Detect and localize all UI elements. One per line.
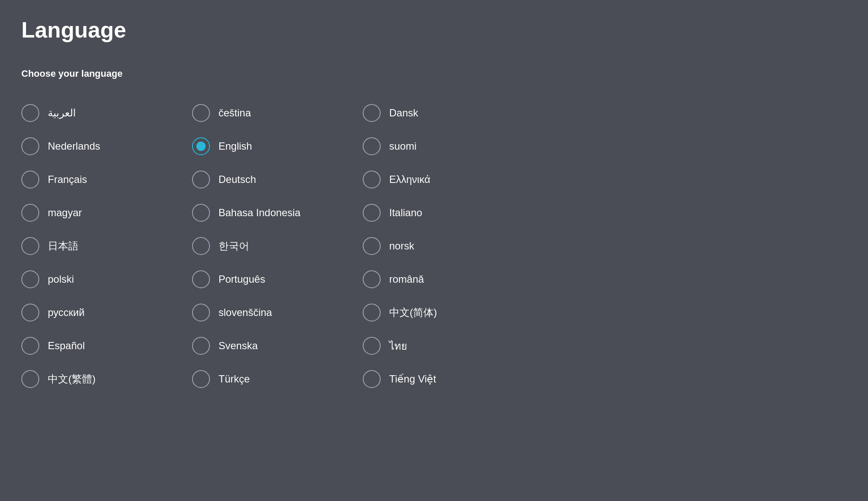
radio-italian [363,204,381,222]
language-option-czech[interactable]: čeština [192,96,329,130]
language-label-german: Deutsch [218,174,256,185]
language-label-indonesian: Bahasa Indonesia [218,207,300,219]
language-option-swedish[interactable]: Svenska [192,329,329,362]
language-option-turkish[interactable]: Türkçe [192,362,329,396]
language-label-dutch: Nederlands [48,140,100,152]
radio-chinese-traditional [21,370,39,388]
language-option-thai[interactable]: ไทย [363,329,499,362]
language-option-romanian[interactable]: română [363,263,499,296]
radio-arabic [21,104,39,122]
language-label-arabic: العربية [48,107,76,119]
radio-thai [363,337,381,355]
language-option-russian[interactable]: русский [21,296,158,329]
radio-french [21,171,39,188]
radio-korean [192,237,210,255]
language-label-swedish: Svenska [218,340,258,352]
language-label-thai: ไทย [389,338,407,354]
radio-czech [192,104,210,122]
language-option-german[interactable]: Deutsch [192,163,329,196]
language-option-dutch[interactable]: Nederlands [21,130,158,163]
radio-slovenian [192,304,210,321]
language-label-japanese: 日本語 [48,239,79,253]
language-label-romanian: română [389,273,424,285]
page-title: Language [21,17,847,43]
radio-turkish [192,370,210,388]
language-label-greek: Ελληνικά [389,174,430,185]
language-label-slovenian: slovenščina [218,307,272,319]
language-option-slovenian[interactable]: slovenščina [192,296,329,329]
language-label-chinese-simplified: 中文(简体) [389,306,437,319]
language-option-hungarian[interactable]: magyar [21,196,158,229]
language-label-portuguese: Português [218,273,265,285]
radio-german [192,171,210,188]
radio-hungarian [21,204,39,222]
language-label-english: English [218,140,252,152]
radio-chinese-simplified [363,304,381,321]
radio-danish [363,104,381,122]
section-label: Choose your language [21,68,847,79]
language-option-portuguese[interactable]: Português [192,263,329,296]
radio-portuguese [192,270,210,288]
language-option-french[interactable]: Français [21,163,158,196]
language-option-norwegian[interactable]: norsk [363,229,499,263]
radio-norwegian [363,237,381,255]
language-label-czech: čeština [218,107,251,119]
language-option-arabic[interactable]: العربية [21,96,158,130]
language-option-finnish[interactable]: suomi [363,130,499,163]
language-label-chinese-traditional: 中文(繁體) [48,372,96,386]
language-label-hungarian: magyar [48,207,82,219]
language-option-italian[interactable]: Italiano [363,196,499,229]
language-label-korean: 한국어 [218,239,249,253]
language-option-greek[interactable]: Ελληνικά [363,163,499,196]
radio-russian [21,304,39,321]
language-option-polish[interactable]: polski [21,263,158,296]
radio-indonesian [192,204,210,222]
language-option-spanish[interactable]: Español [21,329,158,362]
language-option-korean[interactable]: 한국어 [192,229,329,263]
radio-swedish [192,337,210,355]
language-option-vietnamese[interactable]: Tiếng Việt [363,362,499,396]
language-label-spanish: Español [48,340,85,352]
language-option-danish[interactable]: Dansk [363,96,499,130]
radio-vietnamese [363,370,381,388]
language-label-danish: Dansk [389,107,418,119]
language-option-chinese-simplified[interactable]: 中文(简体) [363,296,499,329]
language-option-english[interactable]: English [192,130,329,163]
language-label-polish: polski [48,273,74,285]
language-option-indonesian[interactable]: Bahasa Indonesia [192,196,329,229]
radio-japanese [21,237,39,255]
language-label-vietnamese: Tiếng Việt [389,373,436,385]
language-label-finnish: suomi [389,140,417,152]
language-label-russian: русский [48,307,84,319]
language-label-norwegian: norsk [389,240,414,252]
radio-spanish [21,337,39,355]
radio-polish [21,270,39,288]
language-option-chinese-traditional[interactable]: 中文(繁體) [21,362,158,396]
language-label-italian: Italiano [389,207,422,219]
radio-romanian [363,270,381,288]
radio-english [192,137,210,155]
language-grid: العربيةčeštinaDanskNederlandsEnglishsuom… [21,96,847,396]
language-label-turkish: Türkçe [218,373,250,385]
language-option-japanese[interactable]: 日本語 [21,229,158,263]
radio-finnish [363,137,381,155]
radio-dutch [21,137,39,155]
radio-greek [363,171,381,188]
language-label-french: Français [48,174,87,185]
